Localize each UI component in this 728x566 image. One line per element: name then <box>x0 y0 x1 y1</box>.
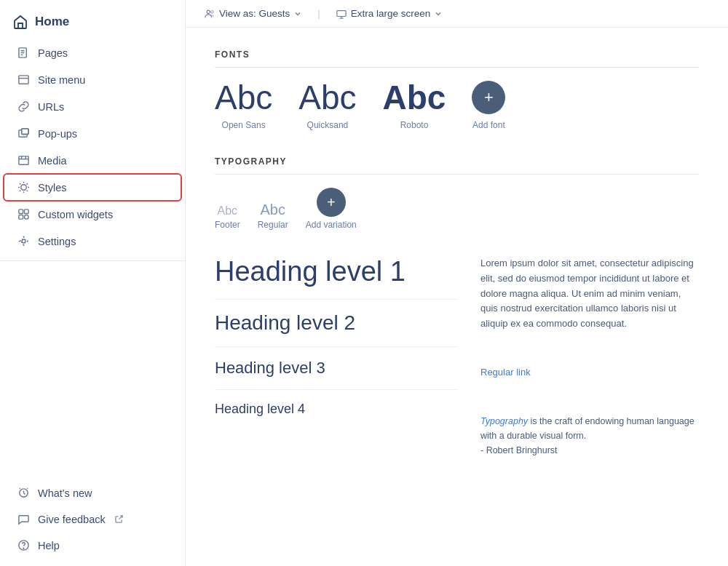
add-variation-button[interactable]: + Add variation <box>306 188 357 230</box>
styles-label: Styles <box>38 182 67 194</box>
topbar: View as: Guests | Extra large screen <box>186 0 728 28</box>
give-feedback-icon <box>17 513 30 525</box>
font-preview-opensans: Abc <box>215 81 272 114</box>
font-preview-roboto: Abc <box>383 81 446 114</box>
sidebar-item-give-feedback[interactable]: Give feedback <box>4 506 181 532</box>
typo-label-regular: Regular <box>258 220 288 230</box>
whats-new-icon <box>17 487 30 499</box>
topbar-separator: | <box>317 8 320 19</box>
custom-widgets-label: Custom widgets <box>38 209 113 220</box>
svg-point-15 <box>211 10 214 13</box>
svg-rect-7 <box>19 210 23 214</box>
view-as-button[interactable]: View as: Guests <box>200 6 306 21</box>
sidebar-divider <box>0 260 185 261</box>
view-as-label: View as: Guests <box>219 8 290 19</box>
typography-sidebar-right: Lorem ipsum dolor sit amet, consectetur … <box>480 244 699 458</box>
sidebar-item-settings[interactable]: Settings <box>4 228 181 254</box>
lorem-text: Lorem ipsum dolor sit amet, consectetur … <box>480 244 699 332</box>
sidebar-home[interactable]: Home <box>0 7 185 39</box>
site-menu-label: Site menu <box>38 74 85 86</box>
headings-area: Heading level 1 Heading level 2 Heading … <box>215 244 699 458</box>
heading-1: Heading level 1 <box>215 256 405 287</box>
typography-section: TYPOGRAPHY Abc Footer Abc Regular + Add … <box>215 156 699 458</box>
settings-label: Settings <box>38 236 76 247</box>
font-item-opensans[interactable]: Abc Open Sans <box>215 81 272 130</box>
pages-label: Pages <box>38 47 68 59</box>
svg-point-6 <box>21 185 27 191</box>
styles-icon <box>17 181 30 194</box>
regular-link[interactable]: Regular link <box>480 354 699 380</box>
popups-label: Pop-ups <box>38 128 77 140</box>
help-icon <box>17 539 30 551</box>
heading-row-1[interactable]: Heading level 1 <box>215 244 459 300</box>
typo-label-footer: Footer <box>215 220 240 230</box>
sidebar-item-pages[interactable]: Pages <box>4 40 181 65</box>
typo-item-regular[interactable]: Abc Regular <box>258 202 288 230</box>
heading-4: Heading level 4 <box>215 402 305 416</box>
custom-widgets-icon <box>17 208 30 220</box>
svg-point-14 <box>207 10 210 13</box>
screen-icon <box>336 9 347 19</box>
heading-2: Heading level 2 <box>215 311 355 334</box>
svg-point-13 <box>23 548 24 549</box>
typo-item-footer[interactable]: Abc Footer <box>215 205 240 230</box>
sidebar-item-popups[interactable]: Pop-ups <box>4 121 181 146</box>
typo-preview-regular: Abc <box>260 202 285 217</box>
add-font-icon: + <box>472 81 505 114</box>
svg-rect-9 <box>19 215 23 219</box>
media-label: Media <box>38 155 67 167</box>
add-variation-label: Add variation <box>306 220 357 230</box>
external-link-icon <box>115 515 123 523</box>
font-item-roboto[interactable]: Abc Roboto <box>383 81 446 130</box>
screen-label: Extra large screen <box>351 8 431 19</box>
quote-text: Typography is the craft of endowing huma… <box>480 402 699 458</box>
add-font-label: Add font <box>472 120 505 130</box>
help-label: Help <box>38 540 60 551</box>
sidebar-item-styles[interactable]: Styles <box>4 175 181 200</box>
main-content: View as: Guests | Extra large screen FON… <box>186 0 728 566</box>
chevron-down-icon <box>294 10 301 17</box>
media-icon <box>17 154 30 167</box>
heading-row-2[interactable]: Heading level 2 <box>215 300 459 347</box>
urls-icon <box>17 100 30 113</box>
whats-new-label: What's new <box>38 487 92 499</box>
fonts-section: FONTS Abc Open Sans Abc Quicksand Abc Ro… <box>215 49 699 130</box>
settings-icon <box>17 235 30 247</box>
heading-3: Heading level 3 <box>215 359 325 377</box>
font-item-quicksand[interactable]: Abc Quicksand <box>298 81 356 130</box>
sidebar-item-urls[interactable]: URLs <box>4 94 181 119</box>
users-icon <box>205 9 215 19</box>
font-preview-quicksand: Abc <box>298 81 356 114</box>
sidebar-item-media[interactable]: Media <box>4 148 181 173</box>
font-label-quicksand: Quicksand <box>307 120 349 130</box>
chevron-down-icon-2 <box>435 10 442 17</box>
give-feedback-label: Give feedback <box>38 514 106 525</box>
svg-rect-8 <box>24 210 28 214</box>
typo-preview-footer: Abc <box>218 205 238 217</box>
svg-rect-5 <box>19 156 28 164</box>
heading-row-4[interactable]: Heading level 4 <box>215 390 459 429</box>
content-area: FONTS Abc Open Sans Abc Quicksand Abc Ro… <box>186 28 728 566</box>
screen-size-button[interactable]: Extra large screen <box>332 6 447 21</box>
urls-label: URLs <box>38 101 64 113</box>
sidebar: Home Pages Site menu URLs Pop-ups <box>0 0 186 566</box>
site-menu-icon <box>17 73 30 86</box>
typography-section-title: TYPOGRAPHY <box>215 156 699 175</box>
typography-variations-row: Abc Footer Abc Regular + Add variation <box>215 188 699 230</box>
sidebar-item-whats-new[interactable]: What's new <box>4 480 181 506</box>
add-variation-icon: + <box>317 188 346 217</box>
add-font-button[interactable]: + Add font <box>472 81 505 130</box>
font-label-roboto: Roboto <box>400 120 429 130</box>
sidebar-item-site-menu[interactable]: Site menu <box>4 67 181 92</box>
svg-point-10 <box>24 215 28 219</box>
pages-icon <box>17 47 30 59</box>
sidebar-bottom: What's new Give feedback Help <box>0 479 185 566</box>
fonts-section-title: FONTS <box>215 49 699 68</box>
heading-row-3[interactable]: Heading level 3 <box>215 347 459 390</box>
sidebar-item-custom-widgets[interactable]: Custom widgets <box>4 202 181 227</box>
sidebar-item-help[interactable]: Help <box>4 533 181 558</box>
svg-rect-3 <box>22 129 28 135</box>
popups-icon <box>17 127 30 140</box>
font-label-opensans: Open Sans <box>222 120 266 130</box>
headings-list: Heading level 1 Heading level 2 Heading … <box>215 244 459 458</box>
